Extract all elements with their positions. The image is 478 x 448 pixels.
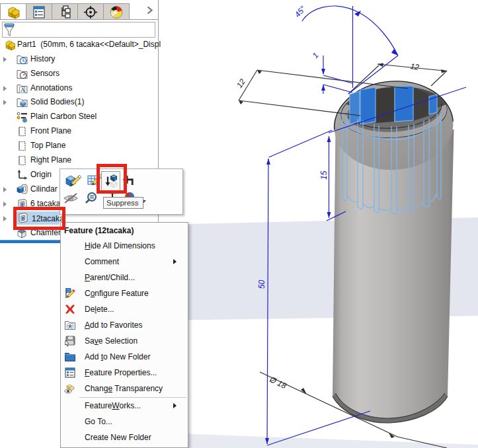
svg-text:50: 50 (257, 280, 266, 289)
svg-text:A: A (20, 87, 25, 93)
svg-text:12: 12 (235, 77, 247, 90)
svg-text:Ø 18: Ø 18 (268, 375, 288, 391)
svg-text:15: 15 (319, 170, 329, 180)
svg-text:12: 12 (410, 61, 420, 72)
svg-text:1: 1 (311, 51, 321, 60)
